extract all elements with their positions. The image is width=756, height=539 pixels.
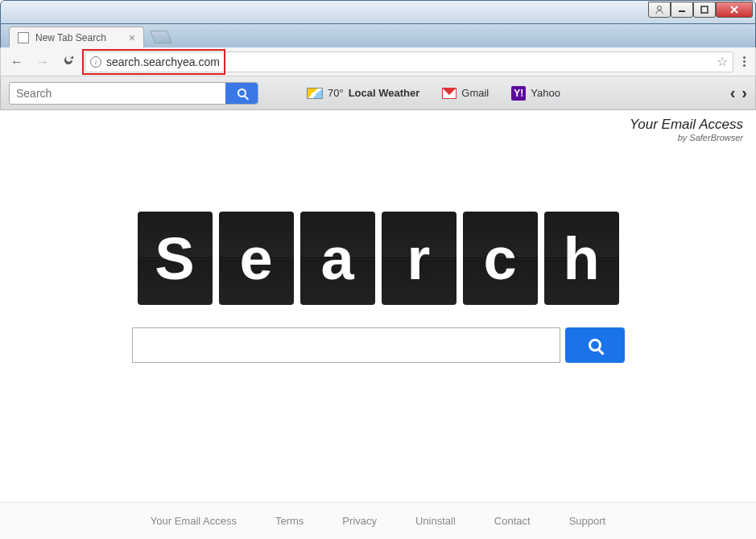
toolbar-search-button[interactable]: [225, 83, 258, 104]
toolbar-pager: ‹ ›: [730, 84, 747, 102]
close-button[interactable]: [716, 2, 753, 18]
flip-letter: h: [544, 212, 619, 305]
branding-block: Your Email Access by SaferBrowser: [0, 110, 756, 149]
search-icon: [589, 339, 601, 352]
new-tab-button[interactable]: [150, 31, 172, 43]
chevron-right-icon[interactable]: ›: [742, 84, 747, 102]
weather-label: Local Weather: [349, 87, 420, 99]
address-text: search.searchyea.com: [106, 56, 220, 68]
toolbar-links: 70° Local Weather Gmail Y! Yahoo: [307, 86, 560, 101]
flip-letter: e: [219, 212, 294, 305]
tab-close-icon[interactable]: ×: [129, 31, 135, 44]
main-search-button[interactable]: [565, 327, 625, 363]
extension-toolbar: 70° Local Weather Gmail Y! Yahoo ‹ ›: [0, 76, 756, 110]
footer-link[interactable]: Uninstall: [415, 515, 456, 527]
brand-subtitle: by SaferBrowser: [13, 133, 743, 142]
brand-title: Your Email Access: [13, 117, 743, 133]
tab-title: New Tab Search: [35, 32, 106, 43]
maximize-button[interactable]: [693, 2, 716, 18]
info-icon[interactable]: i: [90, 56, 101, 68]
flip-letter: a: [300, 212, 375, 305]
flip-letter: c: [463, 212, 538, 305]
main-content: S e a r c h: [0, 212, 756, 363]
yahoo-link[interactable]: Y! Yahoo: [511, 86, 560, 101]
footer-link[interactable]: Contact: [494, 515, 531, 527]
footer-link[interactable]: Your Email Access: [151, 515, 237, 527]
search-icon: [238, 88, 246, 97]
search-logo: S e a r c h: [138, 212, 619, 305]
gmail-icon: [442, 88, 456, 99]
toolbar-search: [9, 82, 258, 105]
yahoo-icon: Y!: [511, 86, 526, 101]
yahoo-label: Yahoo: [531, 87, 560, 99]
gmail-link[interactable]: Gmail: [442, 87, 489, 99]
footer-link[interactable]: Privacy: [342, 515, 377, 527]
chrome-menu-button[interactable]: [740, 53, 749, 70]
bookmark-star-icon[interactable]: ☆: [717, 54, 728, 69]
weather-icon: [307, 88, 323, 99]
svg-point-0: [658, 6, 662, 10]
browser-toolbar: ← → i search.searchyea.com ☆: [0, 47, 756, 76]
svg-rect-2: [701, 6, 708, 13]
weather-link[interactable]: 70° Local Weather: [307, 87, 419, 99]
minimize-button[interactable]: [671, 2, 693, 18]
reload-button[interactable]: [59, 51, 78, 73]
main-search-input[interactable]: [132, 327, 560, 363]
main-search: [132, 327, 625, 363]
weather-temp: 70°: [328, 87, 344, 99]
flip-letter: S: [138, 212, 213, 305]
toolbar-search-input[interactable]: [10, 83, 225, 104]
address-bar[interactable]: i search.searchyea.com ☆: [85, 51, 733, 72]
chevron-left-icon[interactable]: ‹: [730, 84, 736, 102]
gmail-label: Gmail: [461, 87, 489, 99]
footer: Your Email Access Terms Privacy Uninstal…: [0, 502, 756, 539]
tab-strip: New Tab Search ×: [0, 24, 756, 47]
forward-button[interactable]: →: [33, 51, 52, 72]
footer-link[interactable]: Support: [569, 515, 606, 527]
user-icon[interactable]: [648, 2, 671, 18]
page-icon: [18, 32, 29, 43]
window-titlebar: [0, 0, 756, 24]
svg-rect-1: [679, 10, 685, 12]
window-controls: [648, 2, 753, 18]
back-button[interactable]: ←: [7, 51, 27, 72]
flip-letter: r: [382, 212, 456, 305]
footer-link[interactable]: Terms: [275, 515, 304, 527]
browser-tab[interactable]: New Tab Search ×: [9, 27, 144, 47]
